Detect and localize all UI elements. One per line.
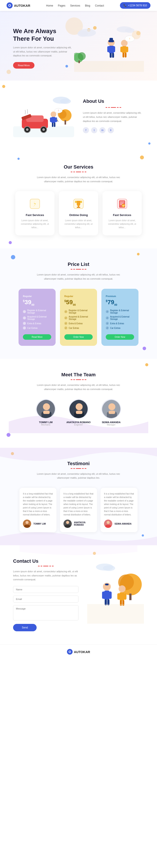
about-illustration: ! xyxy=(13,94,74,138)
footer: AUTOKAR xyxy=(0,644,157,659)
nav-cta-button[interactable]: 📞 +1234 5678 910 xyxy=(120,2,151,9)
plan-cta-2[interactable]: Order Now xyxy=(106,334,134,340)
feature-item: ✓Register & External Storage xyxy=(23,309,51,314)
svg-rect-55 xyxy=(77,207,80,208)
plan-label-2: Premium xyxy=(106,295,134,298)
team-name-1: ANATASYA ROMANO xyxy=(66,421,91,424)
svg-rect-45 xyxy=(52,123,53,127)
testimoni-desc: Lorem ipsum dolor sit amet, consectetur … xyxy=(35,472,122,480)
nav-link-services[interactable]: Services xyxy=(70,4,80,7)
testi-text-2: It is a long established fact that a rea… xyxy=(104,492,134,517)
name-input[interactable] xyxy=(13,586,78,593)
testi-name-0: TOMMY LIM xyxy=(33,523,46,525)
pricing-desc: Lorem ipsum dolor sit amet, consectetur … xyxy=(35,273,122,281)
plan-features-0: ✓Register & External Storage ✓Acquired &… xyxy=(23,309,51,330)
svg-rect-88 xyxy=(109,591,112,599)
svg-point-67 xyxy=(76,403,83,410)
nav-logo: AUTOKAR xyxy=(6,2,30,8)
service-card-title-2: Fast Services xyxy=(108,213,136,217)
nav-links: Home Pages Services Blog Contact xyxy=(46,3,104,7)
svg-rect-98 xyxy=(87,604,144,624)
feature-item: ✓Car Extras xyxy=(106,327,134,330)
email-input[interactable] xyxy=(13,596,78,602)
team-role-0: Mechanic xyxy=(33,424,59,426)
footer-logo: AUTOKAR xyxy=(4,649,153,655)
about-section: ! About Us Lorem ipsum dolor sit amet, c… xyxy=(0,81,157,151)
plan-cta-0[interactable]: Read More xyxy=(23,334,51,340)
svg-rect-42 xyxy=(51,117,55,123)
about-text: About Us Lorem ipsum dolor sit amet, con… xyxy=(83,98,144,133)
team-member-2: SEIMA AMANDA Manager xyxy=(98,399,124,426)
instagram-icon[interactable]: in xyxy=(99,127,106,133)
svg-point-74 xyxy=(26,521,29,524)
price-card-1: Regular $5900 ✓Register & External Stora… xyxy=(60,289,97,346)
plan-cta-1[interactable]: Order Now xyxy=(64,334,93,340)
hero-desc: Lorem ipsum dolor sit amet, consectetur … xyxy=(13,45,74,58)
team-name-2: SEIMA AMANDA xyxy=(98,421,124,424)
twitter-icon[interactable]: t xyxy=(91,127,97,133)
feature-item: ✓Extra & Extras xyxy=(64,322,93,325)
hero-cta-button[interactable]: Read More xyxy=(13,62,34,69)
nav-phone: +1234 5678 910 xyxy=(128,4,147,7)
service-icon-2 xyxy=(115,197,129,210)
team-avatar-1 xyxy=(69,399,88,419)
services-grid: Fast Services Lorem ipsum dolor sit amet… xyxy=(9,191,148,236)
svg-rect-53 xyxy=(80,201,82,203)
service-icon-1 xyxy=(72,197,85,210)
footer-logo-text: AUTOKAR xyxy=(74,650,90,654)
feature-item: ✓Acquired & External Storage xyxy=(64,315,93,320)
linkedin-icon[interactable]: li xyxy=(108,127,114,133)
nav-link-contact[interactable]: Contact xyxy=(95,4,104,7)
svg-rect-8 xyxy=(78,61,80,63)
svg-point-26 xyxy=(136,31,141,35)
footer-logo-icon xyxy=(67,649,73,655)
service-icon-0 xyxy=(28,197,42,210)
feature-item: ✓Extra & Extras xyxy=(23,322,51,325)
plan-price-0: $3900 xyxy=(23,299,51,306)
navbar: AUTOKAR Home Pages Services Blog Contact… xyxy=(0,0,157,11)
testi-avatar-1 xyxy=(63,520,72,528)
svg-rect-11 xyxy=(107,46,109,52)
testi-grid: It is a long established fact that a rea… xyxy=(9,488,148,532)
testimoni-divider xyxy=(9,468,148,469)
submit-button[interactable]: Send xyxy=(13,624,36,631)
email-field-wrapper xyxy=(13,596,78,602)
svg-rect-16 xyxy=(109,38,113,41)
about-desc: Lorem ipsum dolor sit amet, consectetur … xyxy=(83,111,144,123)
testi-card-1: It is a long established fact that a rea… xyxy=(60,488,97,532)
testi-name-1: ANATASYA ROMANO xyxy=(74,521,94,526)
hero-title: We Are Always There For You xyxy=(13,27,74,42)
svg-rect-82 xyxy=(129,594,131,600)
svg-rect-22 xyxy=(125,53,127,58)
team-avatar-0 xyxy=(36,399,56,419)
svg-rect-91 xyxy=(105,584,109,585)
pricing-grid: Regular $3900 ✓Register & External Stora… xyxy=(9,289,148,346)
feature-item: ✓Register & External Storage xyxy=(106,309,134,314)
svg-rect-18 xyxy=(122,46,127,53)
contact-divider xyxy=(13,566,78,566)
social-icons: f t in li xyxy=(83,127,144,133)
svg-rect-69 xyxy=(76,411,82,414)
svg-rect-21 xyxy=(123,53,124,58)
plan-features-2: ✓Register & External Storage ✓Acquired &… xyxy=(106,309,134,330)
nav-link-home[interactable]: Home xyxy=(46,4,53,7)
svg-rect-4 xyxy=(74,61,144,72)
testi-person-2: SEIMA AMANDA xyxy=(104,520,134,528)
svg-rect-52 xyxy=(75,201,77,203)
svg-point-1 xyxy=(77,31,88,37)
price-card-0: Regular $3900 ✓Register & External Stora… xyxy=(19,289,56,346)
team-grid: TOMMY LIM Mechanic ANATASYA ROMANO Engin… xyxy=(9,399,148,435)
svg-rect-94 xyxy=(117,593,120,600)
svg-text:!: ! xyxy=(58,110,59,112)
team-title: Meet The Team xyxy=(9,372,148,378)
nav-link-blog[interactable]: Blog xyxy=(85,4,90,7)
testi-card-0: It is a long established fact that a rea… xyxy=(19,488,56,532)
contact-illustration xyxy=(87,558,144,624)
nav-link-pages[interactable]: Pages xyxy=(58,4,66,7)
pricing-section: Price List Lorem ipsum dolor sit amet, c… xyxy=(0,248,157,359)
message-input[interactable] xyxy=(13,605,78,620)
service-card-title-1: Ontime Doing xyxy=(64,213,93,217)
hero-illustration: ! xyxy=(74,24,144,72)
hero-section: We Are Always There For You Lorem ipsum … xyxy=(0,11,157,81)
facebook-icon[interactable]: f xyxy=(83,127,89,133)
